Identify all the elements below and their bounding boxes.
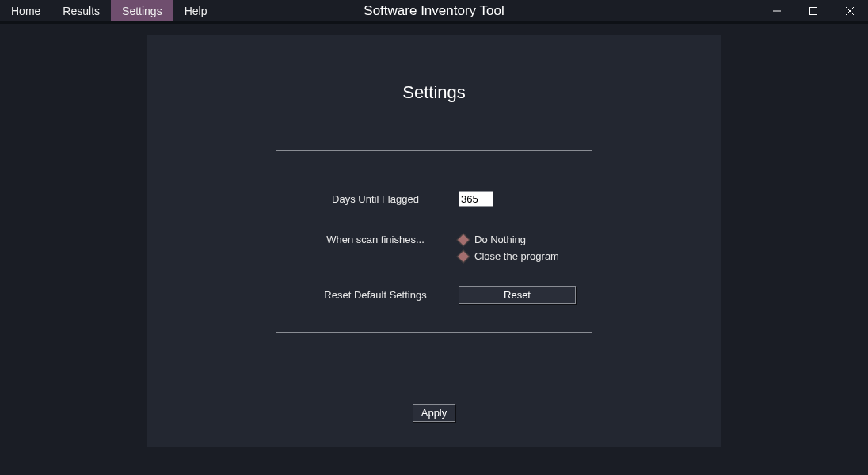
- maximize-icon: [809, 7, 817, 15]
- menubar: Home Results Settings Help: [0, 0, 218, 21]
- settings-group: Days Until Flagged When scan finishes...…: [276, 150, 592, 332]
- menu-results[interactable]: Results: [51, 0, 111, 21]
- menu-help[interactable]: Help: [173, 0, 219, 21]
- minimize-button[interactable]: [759, 0, 795, 23]
- reset-label: Reset Default Settings: [292, 289, 459, 301]
- radio-icon: [457, 233, 470, 246]
- menu-settings[interactable]: Settings: [111, 0, 173, 21]
- window-controls: [759, 0, 868, 21]
- radio-close-program-label: Close the program: [474, 250, 559, 262]
- close-button[interactable]: [832, 0, 868, 23]
- apply-wrap: Apply: [413, 404, 456, 422]
- days-flagged-label: Days Until Flagged: [292, 193, 459, 205]
- settings-panel: Settings Days Until Flagged When scan fi…: [147, 35, 721, 446]
- maximize-button[interactable]: [795, 0, 832, 23]
- content-area: Settings Days Until Flagged When scan fi…: [0, 24, 868, 473]
- radio-icon: [457, 249, 470, 263]
- close-icon: [846, 7, 854, 15]
- radio-close-program[interactable]: Close the program: [459, 250, 576, 262]
- menu-home[interactable]: Home: [0, 0, 51, 21]
- row-days-flagged: Days Until Flagged: [292, 191, 576, 207]
- radio-do-nothing-label: Do Nothing: [474, 234, 526, 245]
- days-flagged-input[interactable]: [459, 191, 493, 207]
- apply-button[interactable]: Apply: [413, 404, 456, 422]
- settings-heading: Settings: [402, 82, 466, 103]
- reset-button[interactable]: Reset: [459, 286, 576, 304]
- svg-rect-1: [810, 7, 817, 14]
- radio-do-nothing[interactable]: Do Nothing: [459, 234, 576, 245]
- row-reset: Reset Default Settings Reset: [292, 286, 576, 304]
- titlebar: Home Results Settings Help Software Inve…: [0, 0, 868, 24]
- row-scan-finish: When scan finishes... Do Nothing Close t…: [292, 234, 576, 262]
- scan-finish-label: When scan finishes...: [292, 234, 459, 245]
- minimize-icon: [773, 7, 781, 15]
- app-title: Software Inventory Tool: [364, 3, 504, 19]
